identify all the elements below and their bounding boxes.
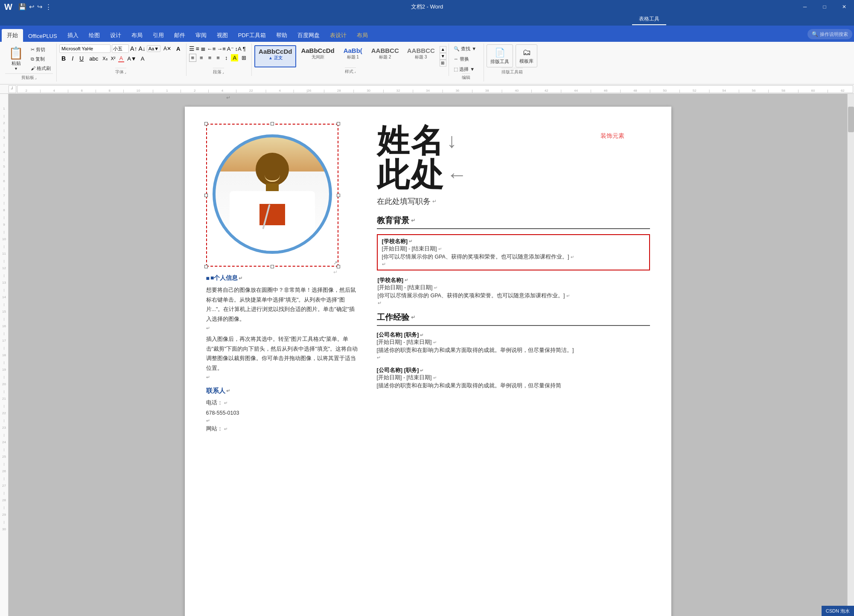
name-line1[interactable]: 姓名	[377, 124, 445, 158]
minimize-button[interactable]: ─	[795, 0, 815, 14]
right-scrollbar[interactable]	[847, 94, 854, 616]
tab-view[interactable]: 视图	[212, 29, 233, 42]
tab-help[interactable]: 帮助	[271, 29, 292, 42]
font-group-label[interactable]: 字体 ⌟	[115, 68, 126, 75]
save-icon[interactable]: 💾	[18, 3, 26, 11]
shading-button[interactable]: A	[231, 54, 238, 61]
font-grow-button[interactable]: A↑	[130, 45, 137, 52]
para-mark-1: ↵	[206, 325, 360, 331]
tab-design[interactable]: 设计	[105, 29, 126, 42]
template-button[interactable]: 🗂 模板库	[516, 44, 537, 67]
italic-button[interactable]: I	[70, 55, 76, 62]
ruler-toggle[interactable]: ┘	[9, 85, 16, 93]
scrollbar-thumb[interactable]	[848, 107, 854, 132]
format-painter-button[interactable]: 🖌 格式刷	[29, 64, 53, 73]
style-heading3[interactable]: AABBCC 标题 3	[404, 45, 438, 67]
sort-button[interactable]: ↕A	[235, 46, 242, 52]
tab-references[interactable]: 引用	[148, 29, 169, 42]
align-left-button[interactable]: ≡	[189, 54, 197, 62]
numbering-button[interactable]: ≡	[196, 45, 199, 52]
tab-home[interactable]: 开始	[2, 29, 23, 42]
style-no-spacing[interactable]: AaBbCcDd 无间距	[297, 45, 338, 67]
clipboard-group-label[interactable]: 剪贴板 ⌟	[5, 73, 53, 81]
cut-button[interactable]: ✂ 剪切	[29, 45, 53, 54]
tab-baidu[interactable]: 百度网盘	[292, 29, 325, 42]
bold-button[interactable]: B	[59, 55, 68, 62]
chinese-layout-button[interactable]: A⁻	[227, 46, 234, 52]
strikethrough-button[interactable]: abc	[87, 55, 100, 62]
tab-table-layout[interactable]: 布局	[352, 29, 373, 42]
underline-button[interactable]: U	[77, 55, 86, 62]
superscript-button[interactable]: X²	[110, 56, 117, 61]
tab-table-design[interactable]: 表设计	[325, 29, 352, 42]
tab-review[interactable]: 审阅	[190, 29, 212, 42]
undo-icon[interactable]: ↩	[29, 3, 35, 11]
maximize-button[interactable]: □	[815, 0, 834, 14]
tab-pdf[interactable]: PDF工具箱	[233, 29, 271, 42]
find-button[interactable]: 🔍 查找 ▼	[452, 44, 478, 53]
show-marks-button[interactable]: ¶	[243, 46, 246, 52]
multilevel-list-button[interactable]: ≣	[201, 45, 206, 52]
work-desc-1: [描述你的职责和在影响力和成果方面取得的成就。举例说明，但尽量保持简洁。]	[377, 346, 650, 355]
resize-handle-tl[interactable]	[204, 122, 208, 125]
return-mark-photo: ↵	[333, 269, 338, 275]
copy-button[interactable]: ⧉ 复制	[29, 55, 53, 63]
highlight-button[interactable]: A▼	[126, 55, 138, 62]
decrease-indent-button[interactable]: ←≡	[207, 46, 216, 52]
font-size-selector[interactable]	[112, 44, 129, 53]
tab-draw[interactable]: 绘图	[84, 29, 105, 42]
resize-handle-bl[interactable]	[204, 265, 208, 268]
search-bar[interactable]: 🔍 操作说明搜索	[807, 29, 852, 39]
justify-button[interactable]: ≡	[215, 54, 222, 61]
typeset-button[interactable]: 📄 排版工具	[487, 44, 513, 67]
styles-scroll[interactable]: ▲ ▼ ⊞	[440, 45, 446, 67]
para-mark-work1: ↵	[377, 355, 650, 360]
style-normal[interactable]: AaBbCcDd ▲ 正文	[254, 45, 296, 67]
font-color-button[interactable]: A	[118, 55, 125, 62]
font-name-selector[interactable]	[59, 44, 111, 53]
text-effect-button[interactable]: A	[140, 55, 146, 62]
styles-group-label[interactable]: 样式 ⌟	[345, 67, 356, 75]
style-heading1[interactable]: AaBb( 标题 1	[339, 45, 367, 67]
resize-handle-ml[interactable]	[204, 194, 208, 197]
resize-handle-tr[interactable]	[337, 122, 340, 125]
font-a-button[interactable]: A	[174, 45, 182, 53]
subscript-button[interactable]: X₂	[102, 56, 108, 61]
edu-school-2: [学校名称]↵	[378, 276, 649, 284]
name-line2[interactable]: 此处	[377, 158, 445, 192]
line-spacing-button[interactable]: ↕	[223, 54, 230, 61]
close-button[interactable]: ✕	[834, 0, 854, 14]
bullets-button[interactable]: ☰	[189, 45, 195, 52]
work-desc-2: [描述你的职责和在影响力和成果方面取得的成就。举例说明，但尽量保持简	[377, 381, 650, 390]
align-right-button[interactable]: ≡	[207, 54, 213, 61]
horizontal-ruler: 2|4|6|8|10|1|2|4|22|4||26|28|30|32|34|36…	[17, 85, 853, 93]
resize-handle-bm[interactable]	[271, 265, 274, 268]
edu-desc-2: [你可以尽情展示你的 GPA、获得的奖项和荣誉。也可以随意添加课程作业。] ↵	[378, 291, 649, 300]
decoration-text: 装饰元素	[600, 132, 624, 140]
font-shrink-button[interactable]: A↓	[138, 45, 145, 52]
document-canvas: ↵	[9, 94, 847, 616]
resize-handle-tm[interactable]	[271, 122, 274, 125]
tab-mail[interactable]: 邮件	[169, 29, 190, 42]
replace-button[interactable]: ↔ 替换	[452, 55, 478, 63]
redo-icon[interactable]: ↪	[37, 3, 43, 11]
tab-insert[interactable]: 插入	[62, 29, 84, 42]
style-heading2[interactable]: AABBCC 标题 2	[368, 45, 402, 67]
vertical-ruler: 1|2|3|4|5|6|7|8|9|10|11|12|13|14|15|16|1…	[0, 94, 9, 616]
border-button[interactable]: ⊞	[240, 54, 248, 61]
aa-button[interactable]: Aa▼	[147, 45, 160, 52]
resize-handle-mr[interactable]	[337, 194, 340, 197]
paste-button[interactable]: 📋 粘贴 ▼	[5, 44, 27, 67]
position-line[interactable]: 在此处填写职务 ↵	[377, 196, 650, 206]
photo-frame[interactable]: ↗ ↵	[206, 124, 338, 267]
right-column: 装饰元素 姓名 ↓ 此处 ← 在此处填写职务 ↵	[377, 124, 650, 616]
select-button[interactable]: ⬚ 选择 ▼	[452, 65, 478, 73]
increase-indent-button[interactable]: →≡	[217, 46, 226, 52]
paragraph-group-label[interactable]: 段落 ⌟	[213, 68, 224, 75]
tab-officeplus[interactable]: OfficePLUS	[23, 30, 62, 42]
customize-icon[interactable]: ⋮	[45, 3, 52, 11]
align-center-button[interactable]: ≡	[198, 54, 205, 61]
clear-format-button[interactable]: A✕	[162, 45, 173, 52]
tab-layout[interactable]: 布局	[126, 29, 148, 42]
edu-entry-1-box[interactable]: [学校名称]↵ [开始日期] - [结束日期]↵ [你可以尽情展示你的 GPA、…	[377, 234, 650, 270]
